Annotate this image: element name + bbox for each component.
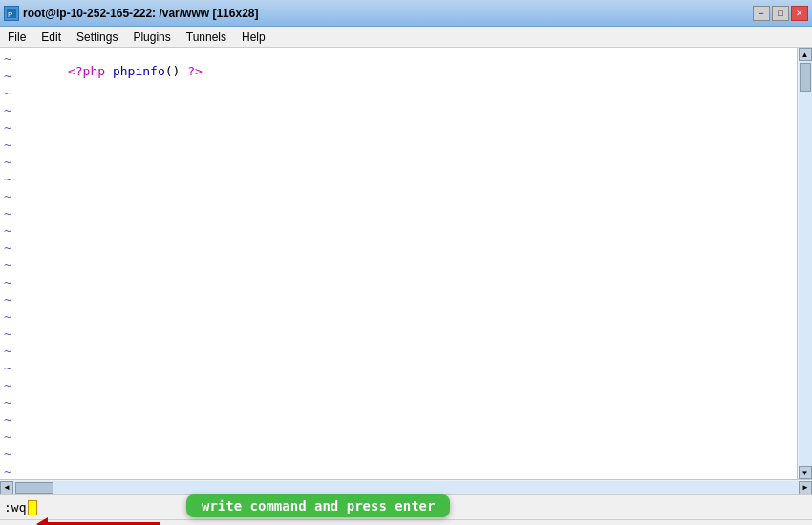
tilde-line: ~ <box>0 410 19 428</box>
tilde-line: ~ <box>0 359 19 376</box>
menu-item-settings[interactable]: Settings <box>69 29 125 46</box>
php-func: phpinfo <box>113 64 165 78</box>
status-bar: "mytest.php" [New File] 0,0-1 All <box>0 519 812 525</box>
menu-item-file[interactable]: File <box>0 29 33 46</box>
title-bar: P root@ip-10-252-165-222: /var/www [116x… <box>0 0 812 27</box>
hscroll-right-button[interactable]: ► <box>799 481 812 494</box>
command-cursor <box>28 500 37 515</box>
tilde-line: ~ <box>0 187 19 204</box>
command-bar[interactable]: :wq write command and press enter <box>0 494 812 519</box>
php-open-tag: <?php <box>68 64 113 78</box>
tilde-line: ~ <box>0 342 19 359</box>
tilde-line: ~ <box>0 170 19 187</box>
tilde-line: ~ <box>0 136 19 153</box>
minimize-button[interactable]: − <box>753 6 770 21</box>
tilde-line: ~ <box>0 462 19 479</box>
tilde-line: ~ <box>0 273 19 290</box>
scroll-track[interactable] <box>799 61 812 466</box>
tilde-line: ~ <box>0 239 19 256</box>
tooltip-bubble: write command and press enter <box>186 494 450 517</box>
tilde-line: ~ <box>0 256 19 273</box>
menu-item-plugins[interactable]: Plugins <box>125 29 178 46</box>
tilde-line: ~ <box>0 67 19 84</box>
tilde-line: ~ <box>0 204 19 221</box>
title-text: root@ip-10-252-165-222: /var/www [116x28… <box>23 7 258 20</box>
tilde-line: ~ <box>0 325 19 342</box>
hscroll-track[interactable] <box>13 481 799 494</box>
line-area: ~~~~~~~~~~~~~~~~~~~~~~~~~~ <box>0 48 19 479</box>
window-controls: − □ ✕ <box>753 6 808 21</box>
tooltip-text: write command and press enter <box>202 498 435 514</box>
tilde-line: ~ <box>0 393 19 410</box>
title-bar-left: P root@ip-10-252-165-222: /var/www [116x… <box>4 6 258 21</box>
editor-container: ~~~~~~~~~~~~~~~~~~~~~~~~~~ <?php phpinfo… <box>0 48 812 479</box>
tilde-line: ~ <box>0 84 19 101</box>
maximize-button[interactable]: □ <box>772 6 789 21</box>
menu-bar: FileEditSettingsPluginsTunnelsHelp <box>0 27 812 48</box>
tilde-line: ~ <box>0 50 19 67</box>
command-prompt: :wq <box>0 500 41 515</box>
command-text: :wq <box>4 500 26 514</box>
app-icon: P <box>4 6 19 21</box>
hscroll-thumb[interactable] <box>15 482 53 494</box>
hscroll-bar[interactable]: ◄ ► <box>0 479 812 494</box>
tilde-line: ~ <box>0 445 19 462</box>
menu-item-edit[interactable]: Edit <box>33 29 69 46</box>
scroll-down-button[interactable]: ▼ <box>799 466 812 479</box>
tilde-line: ~ <box>0 118 19 136</box>
code-line-1: <?php phpinfo() ?> <box>23 50 793 67</box>
scroll-up-button[interactable]: ▲ <box>799 48 812 61</box>
close-button[interactable]: ✕ <box>791 6 808 21</box>
tilde-line: ~ <box>0 428 19 445</box>
php-close-tag: ?> <box>187 64 203 78</box>
tilde-line: ~ <box>0 101 19 118</box>
tilde-line: ~ <box>0 221 19 239</box>
scroll-thumb[interactable] <box>800 63 811 92</box>
editor-content[interactable]: <?php phpinfo() ?> <box>19 48 797 479</box>
tilde-line: ~ <box>0 376 19 393</box>
menu-item-help[interactable]: Help <box>234 29 273 46</box>
scrollbar[interactable]: ▲ ▼ <box>797 48 812 479</box>
php-parens: () <box>165 64 187 78</box>
tilde-line: ~ <box>0 290 19 307</box>
tilde-line: ~ <box>0 153 19 170</box>
hscroll-left-button[interactable]: ◄ <box>0 481 13 494</box>
tilde-line: ~ <box>0 307 19 325</box>
menu-item-tunnels[interactable]: Tunnels <box>179 29 234 46</box>
svg-text:P: P <box>8 10 12 18</box>
